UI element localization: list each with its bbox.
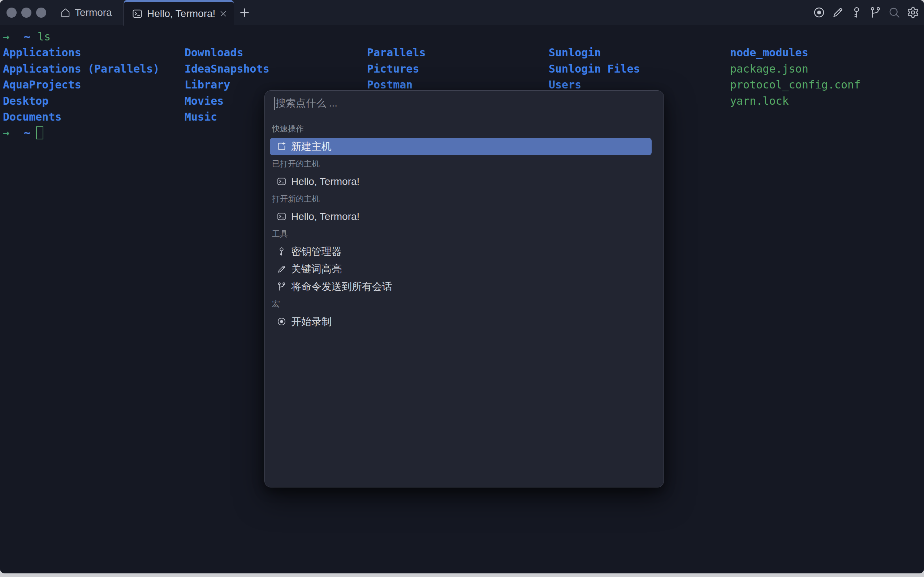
terminal-icon <box>277 211 287 221</box>
terminal-cursor <box>36 126 44 139</box>
home-icon <box>60 7 71 18</box>
palette-item-label: 开始录制 <box>291 315 332 329</box>
command-palette: 快速操作新建主机已打开的主机Hello, Termora!打开新的主机Hello… <box>264 90 664 487</box>
zoom-window-button[interactable] <box>36 8 46 18</box>
palette-item[interactable]: 将命令发送到所有会话 <box>270 278 651 296</box>
app-home-tab[interactable]: Termora <box>60 0 112 25</box>
app-name-label: Termora <box>75 7 112 18</box>
palette-section-label: 工具 <box>265 225 664 243</box>
app-window: Termora Hello, Termora! →~lsApplications… <box>0 0 924 574</box>
listing-directory: Pictures <box>367 61 419 77</box>
listing-directory: Music <box>185 109 217 125</box>
prompt-arrow: → <box>3 29 10 45</box>
terminal-line: Applications (Parallels)IdeaSnapshotsPic… <box>0 61 924 77</box>
palette-item[interactable]: Hello, Termora! <box>270 173 651 191</box>
listing-directory: Sunlogin Files <box>549 61 640 77</box>
record-icon <box>277 317 287 326</box>
palette-item[interactable]: 关键词高亮 <box>270 260 651 278</box>
palette-item-label: 关键词高亮 <box>291 262 342 276</box>
listing-directory: Library <box>185 77 230 93</box>
traffic-lights <box>6 8 46 18</box>
keyword-highlight-icon[interactable] <box>832 6 844 19</box>
listing-file: yarn.lock <box>730 93 789 109</box>
minimize-window-button[interactable] <box>21 8 31 18</box>
prompt-path: ~ <box>24 125 31 141</box>
palette-item-label: Hello, Termora! <box>291 211 360 222</box>
palette-item-label: Hello, Termora! <box>291 176 360 187</box>
listing-directory: Desktop <box>3 93 48 109</box>
prompt-path: ~ <box>24 29 31 45</box>
search-icon[interactable] <box>888 6 900 19</box>
listing-directory: Sunlogin <box>549 45 601 61</box>
terminal-icon <box>277 177 287 186</box>
prompt-arrow: → <box>3 125 10 141</box>
key-manager-icon[interactable] <box>850 6 863 19</box>
palette-item-label: 将命令发送到所有会话 <box>291 280 392 293</box>
palette-search-input[interactable] <box>276 97 637 109</box>
close-tab-icon[interactable] <box>219 9 228 18</box>
palette-section-label: 宏 <box>265 295 664 313</box>
listing-directory: AquaProjects <box>3 77 81 93</box>
tab-bar: Termora Hello, Termora! <box>0 0 924 25</box>
listing-directory: Movies <box>185 93 224 109</box>
listing-directory: Documents <box>3 109 62 125</box>
terminal-line: →~ls <box>0 29 924 45</box>
listing-directory: Parallels <box>367 45 426 61</box>
branch-icon <box>277 282 287 292</box>
palette-list: 快速操作新建主机已打开的主机Hello, Termora!打开新的主机Hello… <box>265 116 664 330</box>
palette-item[interactable]: 开始录制 <box>270 313 651 331</box>
palette-section-label: 快速操作 <box>265 120 664 138</box>
listing-file: protocol_config.conf <box>730 77 860 93</box>
listing-directory: node_modules <box>730 45 808 61</box>
listing-directory: IdeaSnapshots <box>185 61 269 77</box>
listing-file: package.json <box>730 61 808 77</box>
listing-directory: Applications <box>3 45 81 61</box>
palette-item[interactable]: 密钥管理器 <box>270 243 651 261</box>
text-caret <box>274 97 274 110</box>
listing-directory: Applications (Parallels) <box>3 61 159 77</box>
command-text: ls <box>37 29 51 45</box>
palette-item[interactable]: Hello, Termora! <box>270 208 651 226</box>
broadcast-icon[interactable] <box>869 6 882 19</box>
close-window-button[interactable] <box>6 8 17 18</box>
palette-section-label: 已打开的主机 <box>265 155 664 173</box>
terminal-line: ApplicationsDownloadsParallelsSunloginno… <box>0 45 924 61</box>
key-icon <box>277 247 287 256</box>
listing-directory: Downloads <box>185 45 243 61</box>
palette-item[interactable]: 新建主机 <box>270 138 651 156</box>
highlighter-icon <box>277 264 287 274</box>
new-tab-button[interactable] <box>239 6 251 19</box>
terminal-icon <box>132 8 143 19</box>
tab-hello-termora[interactable]: Hello, Termora! <box>124 0 234 26</box>
palette-search-row <box>265 90 664 116</box>
settings-gear-icon[interactable] <box>907 6 919 19</box>
palette-item-label: 新建主机 <box>291 140 332 153</box>
palette-section-label: 打开新的主机 <box>265 190 664 208</box>
palette-item-label: 密钥管理器 <box>291 245 342 258</box>
new-host-icon <box>277 142 287 151</box>
toolbar <box>813 0 919 25</box>
tab-label: Hello, Termora! <box>147 8 215 19</box>
record-macro-icon[interactable] <box>813 6 826 19</box>
